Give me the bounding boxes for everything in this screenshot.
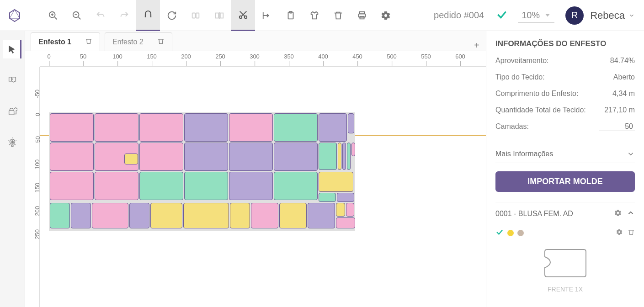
svg-rect-13 bbox=[216, 13, 218, 18]
info-value: 4,34 m bbox=[612, 90, 635, 98]
piece[interactable] bbox=[348, 113, 354, 133]
piece[interactable] bbox=[230, 203, 250, 228]
mold-preview[interactable] bbox=[538, 243, 593, 284]
puzzle-tool[interactable] bbox=[3, 71, 21, 90]
snap-button[interactable] bbox=[136, 0, 160, 31]
gear-icon[interactable] bbox=[614, 209, 622, 219]
cut-button[interactable] bbox=[231, 0, 255, 31]
piece[interactable] bbox=[124, 154, 138, 164]
svg-marker-25 bbox=[545, 14, 549, 17]
piece[interactable] bbox=[279, 203, 307, 228]
svg-line-3 bbox=[55, 17, 57, 19]
info-label: Comprimento do Enfesto: bbox=[495, 90, 578, 98]
piece[interactable] bbox=[346, 203, 354, 217]
mirror-button[interactable] bbox=[208, 0, 231, 31]
check-icon bbox=[495, 228, 504, 238]
select-tool[interactable] bbox=[3, 40, 21, 58]
logo[interactable] bbox=[5, 6, 24, 25]
avatar[interactable]: R bbox=[565, 6, 584, 25]
zoom-in-button[interactable] bbox=[41, 0, 65, 31]
zoom-select[interactable]: 10% bbox=[518, 8, 554, 23]
settings-button[interactable] bbox=[374, 0, 398, 31]
piece[interactable] bbox=[274, 113, 318, 142]
zoom-out-button[interactable] bbox=[65, 0, 89, 31]
delete-button[interactable] bbox=[326, 0, 350, 31]
tab-enfesto-1[interactable]: Enfesto 1 bbox=[31, 32, 100, 51]
piece[interactable] bbox=[184, 143, 228, 171]
info-label: Camadas: bbox=[495, 122, 529, 131]
piece[interactable] bbox=[274, 172, 318, 200]
more-info-toggle[interactable]: Mais Informações bbox=[495, 145, 635, 163]
piece[interactable] bbox=[129, 203, 149, 228]
idea-tool[interactable]: $ bbox=[3, 133, 21, 152]
piece[interactable] bbox=[50, 113, 94, 142]
chevron-up-icon[interactable] bbox=[627, 209, 635, 219]
import-mold-button[interactable]: IMPORTAR MOLDE bbox=[495, 171, 635, 192]
piece[interactable] bbox=[351, 143, 355, 156]
clipboard-button[interactable] bbox=[279, 0, 303, 31]
piece[interactable] bbox=[50, 203, 70, 228]
piece[interactable] bbox=[336, 217, 355, 228]
piece[interactable] bbox=[139, 172, 183, 200]
close-tab-icon[interactable] bbox=[157, 37, 165, 47]
info-aproveitamento: Aproveitamento: 84.74% bbox=[495, 57, 635, 65]
refresh-button[interactable] bbox=[160, 0, 184, 31]
piece[interactable] bbox=[71, 203, 91, 228]
piece[interactable] bbox=[319, 172, 353, 192]
gear-icon[interactable] bbox=[616, 228, 623, 238]
piece[interactable] bbox=[150, 203, 182, 228]
piece[interactable] bbox=[347, 143, 351, 170]
delete-icon[interactable] bbox=[628, 228, 635, 238]
canvas[interactable] bbox=[40, 67, 486, 307]
print-button[interactable] bbox=[350, 0, 374, 31]
piece[interactable] bbox=[95, 172, 138, 200]
user-menu[interactable]: Rebeca bbox=[590, 10, 635, 21]
copy-mold-button[interactable] bbox=[184, 0, 208, 31]
tab-bar: Enfesto 1 Enfesto 2 + bbox=[25, 31, 486, 51]
piece[interactable] bbox=[337, 193, 354, 202]
tab-enfesto-2[interactable]: Enfesto 2 bbox=[105, 32, 172, 51]
piece[interactable] bbox=[184, 172, 228, 200]
redo-button[interactable] bbox=[112, 0, 136, 31]
undo-button[interactable] bbox=[89, 0, 112, 31]
canvas-area: Enfesto 1 Enfesto 2 + 050100150200250300… bbox=[25, 31, 486, 307]
piece[interactable] bbox=[50, 172, 94, 200]
mold-item: 0001 - BLUSA FEM. AD bbox=[495, 202, 635, 293]
piece[interactable] bbox=[319, 113, 347, 142]
tab-label: Enfesto 1 bbox=[38, 38, 71, 46]
piece[interactable] bbox=[319, 193, 336, 202]
piece[interactable] bbox=[251, 203, 278, 228]
piece[interactable] bbox=[336, 203, 345, 217]
color-dot-yellow[interactable] bbox=[507, 230, 514, 236]
chevron-down-icon bbox=[627, 150, 635, 158]
chevron-down-icon bbox=[628, 12, 635, 19]
piece[interactable] bbox=[229, 113, 273, 142]
piece[interactable] bbox=[95, 113, 138, 142]
shirt-button[interactable] bbox=[303, 0, 326, 31]
piece[interactable] bbox=[184, 113, 228, 142]
close-tab-icon[interactable] bbox=[85, 37, 92, 47]
zoom-value: 10% bbox=[522, 10, 540, 21]
piece[interactable] bbox=[338, 143, 341, 170]
piece[interactable] bbox=[139, 143, 183, 171]
more-info-label: Mais Informações bbox=[495, 150, 553, 158]
piece[interactable] bbox=[92, 203, 128, 228]
add-tab-button[interactable]: + bbox=[474, 40, 479, 51]
panel-title: INFORMAÇÕES DO ENFESTO bbox=[495, 39, 635, 48]
color-dot-taupe[interactable] bbox=[517, 230, 524, 236]
piece[interactable] bbox=[308, 203, 335, 228]
user-name: Rebeca bbox=[590, 10, 625, 21]
piece[interactable] bbox=[139, 113, 183, 142]
lock-mold-tool[interactable] bbox=[3, 102, 21, 121]
info-value: 84.74% bbox=[610, 57, 635, 65]
mold-piece-caption: FRENTE 1X bbox=[495, 286, 635, 293]
piece[interactable] bbox=[274, 143, 318, 171]
layers-input[interactable] bbox=[599, 122, 635, 131]
piece[interactable] bbox=[319, 143, 337, 170]
piece[interactable] bbox=[183, 203, 229, 228]
piece[interactable] bbox=[342, 143, 346, 170]
export-button[interactable] bbox=[255, 0, 279, 31]
piece[interactable] bbox=[229, 172, 273, 200]
piece[interactable] bbox=[229, 143, 273, 171]
piece[interactable] bbox=[50, 143, 94, 171]
